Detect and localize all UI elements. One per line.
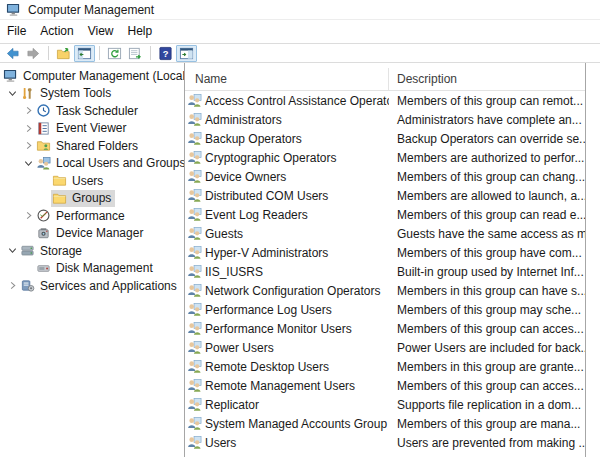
back-arrow-icon [5,46,20,61]
refresh-button[interactable] [104,45,125,62]
group-name-cell: Network Configuration Operators [185,283,389,298]
group-description: Members are allowed to launch, a... [389,189,585,203]
group-row-users[interactable]: UsersUsers are prevented from making ... [185,433,585,452]
group-icon [187,340,202,355]
forward-arrow-button[interactable] [23,45,44,62]
group-row-cryptographic-operators[interactable]: Cryptographic OperatorsMembers are autho… [185,148,585,167]
list-rows: Access Control Assistance OperatorsMembe… [185,91,585,452]
group-row-remote-desktop-users[interactable]: Remote Desktop UsersMembers in this grou… [185,357,585,376]
group-name-cell: System Managed Accounts Group [185,416,389,431]
users-groups-icon [36,156,52,171]
menu-help[interactable]: Help [121,20,160,43]
group-row-iis-iusrs[interactable]: IIS_IUSRSBuilt-in group used by Internet… [185,262,585,281]
menu-action[interactable]: Action [33,20,80,43]
column-header-name[interactable]: Name [185,68,389,90]
group-description: Members of this group can read e... [389,208,585,222]
collapsed-chevron-icon[interactable] [22,104,35,117]
group-row-administrators[interactable]: AdministratorsAdministrators have comple… [185,110,585,129]
group-row-remote-management-users[interactable]: Remote Management UsersMembers of this g… [185,376,585,395]
tree-item-shared-folders[interactable]: Shared Folders [0,137,184,155]
group-row-device-owners[interactable]: Device OwnersMembers of this group can c… [185,167,585,186]
tree-item-label: System Tools [40,86,111,100]
group-name: Backup Operators [205,132,302,146]
tree-item-disk-management[interactable]: Disk Management [0,260,184,278]
group-row-access-control-assistance-operators[interactable]: Access Control Assistance OperatorsMembe… [185,91,585,110]
collapsed-chevron-icon[interactable] [22,139,35,152]
group-name: Administrators [205,113,282,127]
group-name-cell: Users [185,435,389,450]
tree-item-performance[interactable]: Performance [0,207,184,225]
tree-item-users[interactable]: Users [0,172,184,190]
group-name: Users [205,436,236,450]
expanded-chevron-icon[interactable] [6,87,19,100]
group-description: Administrators have complete an... [389,113,585,127]
collapsed-chevron-icon[interactable] [22,122,35,135]
group-row-event-log-readers[interactable]: Event Log ReadersMembers of this group c… [185,205,585,224]
expanded-chevron-icon[interactable] [6,244,19,257]
group-name: Device Owners [205,170,286,184]
show-action-pane-icon [179,46,194,61]
show-console-tree-button[interactable] [74,45,95,62]
help-button[interactable]: ? [155,45,176,62]
tree-item-local-users-and-groups[interactable]: Local Users and Groups [0,155,184,173]
disk-management-icon [36,261,52,276]
group-row-power-users[interactable]: Power UsersPower Users are included for … [185,338,585,357]
group-row-system-managed-accounts-group[interactable]: System Managed Accounts GroupMembers of … [185,414,585,433]
group-description: Members are authorized to perfor... [389,151,585,165]
column-header-description[interactable]: Description [389,68,585,90]
group-row-replicator[interactable]: ReplicatorSupports file replication in a… [185,395,585,414]
tree-item-groups[interactable]: Groups [0,190,184,208]
tree-item-services-and-applications[interactable]: Services and Applications [0,277,184,295]
group-name: Access Control Assistance Operators [205,94,389,108]
storage-icon [20,243,36,258]
group-name: Cryptographic Operators [205,151,336,165]
services-icon [20,278,36,293]
tree-item-computer-management-local[interactable]: Computer Management (Local [0,67,184,85]
tree-item-label: Local Users and Groups [56,156,185,170]
group-row-performance-monitor-users[interactable]: Performance Monitor UsersMembers of this… [185,319,585,338]
tree-item-system-tools[interactable]: System Tools [0,85,184,103]
app-icon [6,2,21,17]
group-row-guests[interactable]: GuestsGuests have the same access as m..… [185,224,585,243]
group-name-cell: Distributed COM Users [185,188,389,203]
tree-item-storage[interactable]: Storage [0,242,184,260]
right-filler [586,63,600,457]
back-arrow-button[interactable] [2,45,23,62]
group-icon [187,416,202,431]
group-row-network-configuration-operators[interactable]: Network Configuration OperatorsMembers i… [185,281,585,300]
group-name: Remote Management Users [205,379,355,393]
group-description: Members of this group may sche... [389,303,585,317]
collapsed-chevron-icon[interactable] [6,279,19,292]
group-name-cell: Replicator [185,397,389,412]
group-name-cell: Performance Log Users [185,302,389,317]
export-list-button[interactable] [125,45,146,62]
tree-item-task-scheduler[interactable]: Task Scheduler [0,102,184,120]
system-tools-icon [20,86,36,101]
expanded-chevron-icon[interactable] [22,157,35,170]
group-icon [187,188,202,203]
chevron-spacer [38,174,51,187]
group-description: Built-in group used by Internet Inf... [389,265,585,279]
chevron-spacer [22,262,35,275]
group-icon [187,207,202,222]
group-name-cell: Device Owners [185,169,389,184]
computer-icon [3,68,19,83]
tree-item-device-manager[interactable]: Device Manager [0,225,184,243]
tree-item-event-viewer[interactable]: Event Viewer [0,120,184,138]
group-description: Members of this group have com... [389,246,585,260]
group-row-hyper-v-administrators[interactable]: Hyper-V AdministratorsMembers of this gr… [185,243,585,262]
group-row-performance-log-users[interactable]: Performance Log UsersMembers of this gro… [185,300,585,319]
toolbar-separator [150,46,151,60]
collapsed-chevron-icon[interactable] [22,209,35,222]
menu-view[interactable]: View [81,20,121,43]
show-action-pane-button[interactable] [176,45,197,62]
shared-folders-icon [36,138,52,153]
group-row-distributed-com-users[interactable]: Distributed COM UsersMembers are allowed… [185,186,585,205]
window-title: Computer Management [28,3,154,17]
group-icon [187,93,202,108]
up-one-level-button[interactable] [53,45,74,62]
menu-file[interactable]: File [0,20,33,43]
group-name-cell: IIS_IUSRS [185,264,389,279]
group-row-backup-operators[interactable]: Backup OperatorsBackup Operators can ove… [185,129,585,148]
group-description: Members in this group can have s... [389,284,585,298]
